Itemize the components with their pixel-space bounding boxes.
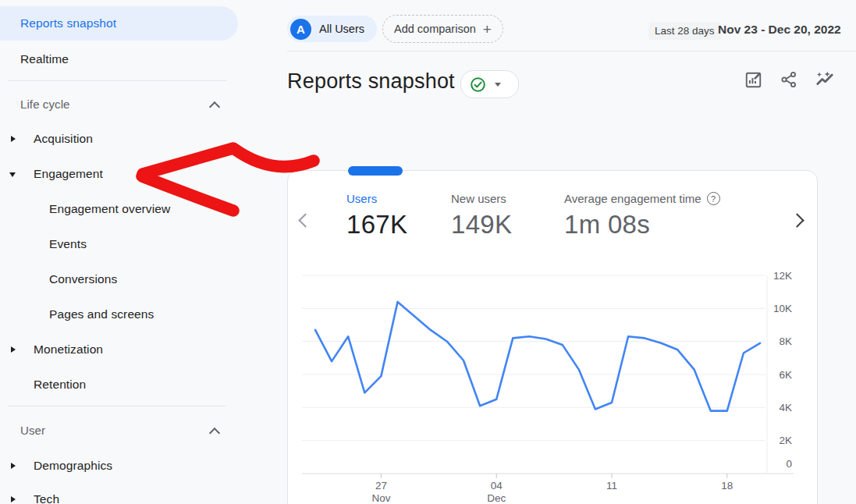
svg-text:Dec: Dec xyxy=(487,492,506,504)
sidebar-section-user[interactable]: User xyxy=(0,413,238,447)
sidebar-item-label: Reports snapshot xyxy=(0,16,116,30)
expand-arrow-icon xyxy=(11,136,16,142)
date-preset-chip[interactable]: Last 28 days xyxy=(648,22,721,40)
section-header-label: Life cycle xyxy=(0,98,70,111)
add-comparison-button[interactable]: Add comparison + xyxy=(382,15,503,43)
metric-label: Users xyxy=(346,192,407,205)
expand-arrow-icon xyxy=(11,346,16,353)
expand-arrow-icon xyxy=(11,463,16,469)
metric-value: 167K xyxy=(346,210,407,240)
svg-text:4K: 4K xyxy=(779,402,792,413)
customize-report-icon xyxy=(744,70,763,90)
svg-text:Nov: Nov xyxy=(371,492,390,504)
sidebar-item-pages-and-screens[interactable]: Pages and screens xyxy=(0,297,238,332)
sidebar-item-demographics[interactable]: Demographics xyxy=(0,449,238,483)
audience-chip-all-users[interactable]: A All Users xyxy=(287,16,377,42)
previous-metrics-chevron[interactable] xyxy=(298,213,312,227)
insights-button[interactable] xyxy=(812,68,838,91)
users-chart-container: 12K10K8K6K4K2K027Nov04Dec1118 xyxy=(288,266,819,504)
section-header-label: User xyxy=(0,424,45,437)
share-icon xyxy=(780,70,798,89)
sidebar-item-conversions[interactable]: Conversions xyxy=(0,262,238,296)
page-title: Reports snapshot xyxy=(287,69,455,94)
sidebar-item-acquisition[interactable]: Acquisition xyxy=(0,122,238,156)
svg-text:12K: 12K xyxy=(773,270,792,282)
svg-text:11: 11 xyxy=(606,480,617,492)
svg-text:8K: 8K xyxy=(779,335,792,347)
share-report-button[interactable] xyxy=(776,68,802,91)
chevron-down-icon xyxy=(495,83,501,87)
sidebar-divider xyxy=(8,406,226,406)
snapshot-card: Users 167K New users 149K Average engage… xyxy=(287,170,818,504)
users-line-chart: 12K10K8K6K4K2K027Nov04Dec1118 xyxy=(288,266,819,504)
topbar-divider xyxy=(287,51,856,51)
collapse-chevron-icon[interactable] xyxy=(209,101,220,112)
report-status-dropdown[interactable] xyxy=(460,70,519,98)
svg-text:6K: 6K xyxy=(779,369,792,381)
sidebar-item-label: Demographics xyxy=(0,459,112,473)
sidebar-item-label: Tech xyxy=(0,492,59,504)
sidebar-item-realtime[interactable]: Realtime xyxy=(0,42,238,76)
ga4-reports-page: Reports snapshot Realtime Life cycle Acq… xyxy=(0,0,856,504)
date-range-selector[interactable]: Nov 23 - Dec 20, 2022 xyxy=(718,23,841,37)
metric-tab-new-users[interactable]: New users 149K xyxy=(451,192,512,240)
plus-icon: + xyxy=(483,22,492,37)
sidebar-item-reports-snapshot[interactable]: Reports snapshot xyxy=(0,6,238,41)
reports-sidebar: Reports snapshot Realtime Life cycle Acq… xyxy=(0,0,242,504)
sidebar-item-label: Conversions xyxy=(0,272,117,286)
metric-value: 1m 08s xyxy=(564,210,720,240)
active-tab-indicator xyxy=(348,166,403,176)
metric-value: 149K xyxy=(451,210,512,240)
collapse-arrow-icon xyxy=(9,172,16,177)
next-metrics-chevron[interactable] xyxy=(790,213,804,227)
sidebar-item-monetization[interactable]: Monetization xyxy=(0,332,238,367)
check-circle-icon xyxy=(470,76,486,93)
svg-text:18: 18 xyxy=(721,480,733,492)
metric-tab-users[interactable]: Users 167K xyxy=(346,192,407,240)
sidebar-item-events[interactable]: Events xyxy=(0,227,238,261)
svg-text:0: 0 xyxy=(786,458,792,470)
metric-label: New users xyxy=(451,192,512,205)
sidebar-item-label: Pages and screens xyxy=(0,307,154,321)
metric-tab-avg-engagement-time[interactable]: Average engagement time ? 1m 08s xyxy=(564,192,720,240)
svg-text:2K: 2K xyxy=(779,435,792,446)
svg-text:27: 27 xyxy=(375,480,387,492)
sidebar-item-label: Engagement overview xyxy=(0,202,170,216)
audience-chip-label: All Users xyxy=(319,23,364,35)
sidebar-section-life-cycle[interactable]: Life cycle xyxy=(0,87,238,121)
audience-avatar: A xyxy=(290,19,311,40)
help-circle-icon[interactable]: ? xyxy=(707,192,720,205)
sidebar-item-tech[interactable]: Tech xyxy=(0,482,238,504)
sidebar-item-engagement[interactable]: Engagement xyxy=(0,157,238,191)
expand-arrow-icon xyxy=(11,496,16,502)
add-comparison-label: Add comparison xyxy=(394,23,476,35)
collapse-chevron-icon[interactable] xyxy=(209,428,220,438)
svg-text:10K: 10K xyxy=(773,303,792,314)
insights-icon xyxy=(815,69,835,90)
sidebar-item-retention[interactable]: Retention xyxy=(0,367,238,402)
sidebar-divider xyxy=(8,80,226,81)
customize-report-button[interactable] xyxy=(740,68,766,91)
sidebar-item-label: Retention xyxy=(0,378,86,392)
metric-label: Average engagement time xyxy=(564,192,701,205)
sidebar-item-engagement-overview[interactable]: Engagement overview xyxy=(0,192,238,226)
sidebar-item-label: Realtime xyxy=(0,52,69,66)
sidebar-item-label: Events xyxy=(0,237,87,251)
svg-text:04: 04 xyxy=(491,480,503,492)
